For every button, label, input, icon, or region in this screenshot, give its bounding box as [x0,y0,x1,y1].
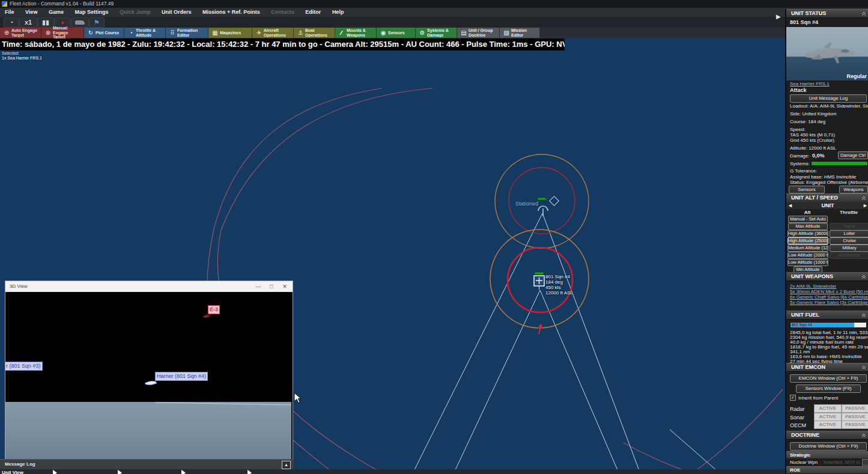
alt-max-button[interactable]: Max Altitude [788,223,828,230]
station-symbol [538,196,559,216]
unit-fuel-header[interactable]: UNIT FUEL [786,311,868,320]
quickbar-arrow-icon[interactable] [247,470,252,474]
damage-ctrl-button[interactable]: Damage Ctrl [838,151,868,159]
weapon-item-link[interactable]: 6x Generic Chaff Salvo [6x Cartridges] [790,294,868,300]
menu-map-settings[interactable]: Map Settings [70,8,113,17]
menu-unit-orders[interactable]: Unit Orders [157,8,196,17]
minimize-icon[interactable]: — [252,281,265,292]
unit-emcon-header[interactable]: UNIT EMCON [786,363,868,372]
alt-low-1000-button[interactable]: Low Altitude (1000 ft) [788,259,828,266]
oecm-passive-button[interactable]: PASSIVE [842,421,868,429]
sonar-passive-button[interactable]: PASSIVE [842,413,868,421]
damage-value: 0,0% [812,153,825,159]
unit-status-text: Status: Engaged Offensive (Airborne) [790,180,868,185]
speed-multiplier-button[interactable]: x1 [19,17,37,28]
menu-editor[interactable]: Editor [300,8,326,17]
auto-engage-target-button[interactable]: ⊕Auto Engage Target [0,28,41,38]
strategic-subheader[interactable]: Strategic [786,451,868,458]
radar-active-button[interactable]: ACTIVE [814,404,842,413]
radar-passive-button[interactable]: PASSIVE [842,404,868,413]
unit-status-header[interactable]: UNIT STATUS [786,9,868,18]
alt-high-25000-button[interactable]: High Altitude (25000 ft) [788,237,828,245]
contact-label-e3[interactable]: E-3 [208,305,220,314]
unit-class-link[interactable]: Sea Harrier FRS.1 [790,81,830,87]
throttle-altitude-icon: ◔ [127,31,134,35]
manual-engage-target-button[interactable]: ⊗Manual Engage Target [41,28,84,38]
collapse-chevrons-icon[interactable] [861,365,866,370]
pause-icon[interactable]: ▮▮ [37,17,54,28]
collapse-chevrons-icon[interactable] [861,313,866,318]
message-log-bar[interactable]: Message Log ▲ [0,459,294,470]
nuclear-wpn-dropdown-button[interactable] [862,459,868,466]
unit-altitude: 12000 ft ASL [545,290,573,296]
throttle-military-button[interactable]: Military [830,245,868,252]
close-icon[interactable]: ✕ [278,281,291,292]
menu-view[interactable]: View [20,8,42,17]
quickbar-arrow-icon[interactable] [181,470,186,474]
unit-message-log-button[interactable]: Unit Message Log [790,94,867,103]
menu-bar: File View Game Map Settings Quick Jump U… [0,8,868,17]
range-arc-rings [207,88,783,474]
weapons-panel-button[interactable]: Weapons [839,186,868,193]
weapon-item-link[interactable]: 2x AIM-9L Sidewinder [790,284,837,289]
alt-medium-12000-button[interactable]: Medium Altitude (1200 [788,245,828,252]
selected-unit-name: 801 Sqn #4 [790,19,818,25]
station-label[interactable]: Stationed [515,201,538,207]
systems-damage-button[interactable]: ⚙Systems & Damage [416,28,457,38]
collapse-chevrons-icon[interactable] [861,11,866,16]
weapon-item-link[interactable]: 5x 30mm ADEN Mk4 x 2 Burst [50 rnds] [790,289,868,294]
throttle-loiter-button[interactable]: Loiter [830,230,868,237]
unit-datablock[interactable]: 801 Sqn #4 184 deg 450 kts 12000 ft ASL [545,274,573,296]
sensors-window-button[interactable]: Sensors Window (F9) [796,384,861,393]
alt-manual-set-auto-button[interactable]: Manual - Set Auto [788,216,828,223]
expand-log-icon[interactable]: ▲ [282,461,291,469]
sonar-active-button[interactable]: ACTIVE [814,413,842,421]
weapon-item-link[interactable]: 5x Generic Flare Salvo [3x Cartridges, S… [790,300,868,305]
alt-low-2000-button[interactable]: Low Altitude (2000 ft) [788,252,828,259]
time-compression-clock-icon[interactable]: ◔ [4,17,19,28]
unit-group-doctrine-button[interactable]: ▤Unit / Group Doctrine [457,28,500,38]
aircraft-operations-button[interactable]: ✈Aircraft Operations [252,28,294,38]
sensors-button[interactable]: ◉Sensors [377,28,416,38]
magazines-button[interactable]: ▦Magazines [208,28,252,38]
sensors-panel-button[interactable]: Sensors [789,186,825,193]
sidebar-collapse-arrow-icon[interactable]: ▶ [776,13,781,20]
menu-game[interactable]: Game [44,8,68,17]
scope-left-arrow-icon[interactable]: ◄ [788,202,793,209]
mission-editor-button[interactable]: ▨Mission Editor [500,28,540,38]
mounts-weapons-button[interactable]: ∕∕∕Mounts & Weapons [335,28,377,38]
throttle-altitude-button[interactable]: ◔Throttle & Altitude [124,28,166,38]
ribbon-toolbar: ⊕Auto Engage Target ⊗Manual Engage Targe… [0,28,868,38]
unit-weapons-header[interactable]: UNIT WEAPONS [786,272,868,281]
plot-course-button[interactable]: ↻Plot Course [84,28,124,38]
collapse-chevrons-icon[interactable] [861,275,866,279]
3d-view-window[interactable]: 3D View — □ ✕ E-3 r (801 Sqn #3) Harrier… [5,281,293,469]
quickbar-arrow-icon[interactable] [53,470,57,474]
unit-label-801-sqn-4[interactable]: Harrier (801 Sqn #4) [155,372,208,381]
emcon-window-button[interactable]: EMCON Window (Ctrl + F9) [790,374,867,383]
inherit-from-parent-checkbox[interactable]: ✓ [790,395,796,401]
mounts-weapons-icon: ∕∕∕ [338,31,345,35]
throttle-cruise-button[interactable]: Cruise [830,237,868,245]
quickbar-arrow-icon[interactable] [118,470,122,474]
menu-help[interactable]: Help [327,8,349,17]
scope-right-arrow-icon[interactable]: ► [863,202,868,209]
unit-label-801-sqn-3[interactable]: r (801 Sqn #3) [5,362,43,371]
maximize-icon[interactable]: □ [265,281,278,292]
flag-icon[interactable]: ⚑ [89,17,105,28]
alt-high-36000-button[interactable]: High Altitude (36000 ft) [788,230,828,237]
menu-missions-ref-points[interactable]: Missions + Ref. Points [198,8,265,17]
collapse-chevrons-icon[interactable] [861,433,866,438]
roe-subheader[interactable]: ROE [786,466,868,473]
oecm-active-button[interactable]: ACTIVE [814,421,842,429]
menu-file[interactable]: File [0,8,19,17]
boat-operations-button[interactable]: ⚓Boat Operations [294,28,335,38]
formation-editor-button[interactable]: ⠿Formation Editor [166,28,208,38]
collapse-chevrons-icon[interactable] [861,196,866,201]
doctrine-header[interactable]: DOCTRINE [786,431,868,440]
3d-view-canvas[interactable]: E-3 r (801 Sqn #3) Harrier (801 Sqn #4) [5,292,291,467]
doctrine-window-button[interactable]: Doctrine Window (Ctrl + F9) [790,442,867,451]
quickbar-item-unit-view[interactable]: Unit View [2,470,23,474]
3d-view-titlebar[interactable]: 3D View — □ ✕ [5,281,293,292]
unit-alt-speed-header[interactable]: UNIT ALT / SPEED [786,193,868,202]
